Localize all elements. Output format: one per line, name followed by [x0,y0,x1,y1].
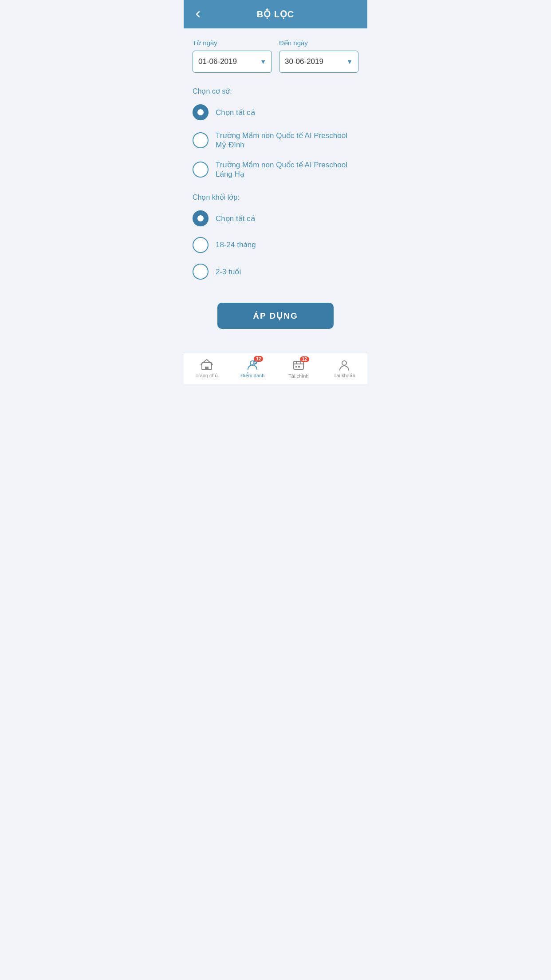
co-so-label-all_co_so: Chọn tất cả [216,108,255,117]
khoi-lop-label-age_2_3: 2-3 tuổi [216,267,241,277]
khoi-lop-section: Chọn khối lớp: Chọn tất cả18-24 tháng2-3… [193,193,358,280]
khoi-lop-option-all_khoi[interactable]: Chọn tất cả [193,210,358,226]
home-icon [201,359,213,371]
svg-rect-1 [205,367,209,370]
from-date-value: 01-06-2019 [198,57,237,66]
nav-label-attendance: Điểm danh [240,373,264,379]
khoi-lop-option-age_2_3[interactable]: 2-3 tuổi [193,264,358,280]
khoi-lop-radio-age_18_24 [193,237,209,253]
co-so-option-lang_ha[interactable]: Trường Mầm non Quốc tế AI Preschool Láng… [193,160,358,179]
apply-button[interactable]: ÁP DỤNG [217,303,334,329]
page-title: BỘ LỌC [257,9,295,20]
co-so-section: Chọn cơ sở: Chọn tất cảTrường Mầm non Qu… [193,87,358,179]
khoi-lop-label: Chọn khối lớp: [193,193,358,202]
khoi-lop-radio-all_khoi [193,210,209,226]
nav-label-finance: Tài chính [288,373,308,379]
finance-badge: 12 [300,356,309,362]
co-so-option-all_co_so[interactable]: Chọn tất cả [193,104,358,120]
nav-item-attendance[interactable]: 12 Điểm danh [230,353,276,384]
co-so-radio-group: Chọn tất cảTrường Mầm non Quốc tế AI Pre… [193,104,358,179]
co-so-radio-my_dinh [193,132,209,148]
to-date-value: 30-06-2019 [285,57,323,66]
to-date-label: Đến ngày [279,39,358,47]
from-date-label: Từ ngày [193,39,272,47]
account-icon [338,359,350,371]
nav-item-home[interactable]: Trang chủ [184,353,230,384]
attendance-icon-wrap: 12 [246,359,259,371]
svg-rect-8 [295,366,297,368]
svg-rect-9 [298,366,300,368]
home-icon-wrap [201,359,213,371]
from-date-select[interactable]: 01-06-2019 ▼ [193,51,272,73]
co-so-label-my_dinh: Trường Mầm non Quốc tế AI Preschool Mỹ Đ… [216,131,358,150]
nav-item-finance[interactable]: 12 Tài chính [276,353,322,384]
khoi-lop-radio-group: Chọn tất cả18-24 tháng2-3 tuổi [193,210,358,280]
nav-item-account[interactable]: Tài khoản [322,353,368,384]
finance-icon-wrap: 12 [292,359,305,371]
khoi-lop-label-all_khoi: Chọn tất cả [216,214,255,223]
to-date-chevron-icon: ▼ [346,58,353,65]
attendance-badge: 12 [254,356,263,362]
svg-rect-4 [294,361,303,369]
co-so-radio-all_co_so [193,104,209,120]
co-so-radio-lang_ha [193,162,209,178]
account-icon-wrap [338,359,350,371]
back-button[interactable] [193,9,203,20]
khoi-lop-label-age_18_24: 18-24 tháng [216,241,256,249]
bottom-nav: Trang chủ 12 Điểm danh 12 [184,353,367,384]
to-date-select[interactable]: 30-06-2019 ▼ [279,51,358,73]
header: BỘ LỌC [184,0,367,28]
khoi-lop-radio-age_2_3 [193,264,209,280]
apply-btn-wrapper: ÁP DỤNG [193,294,358,342]
date-row: Từ ngày 01-06-2019 ▼ Đến ngày 30-06-2019… [193,39,358,73]
nav-label-home: Trang chủ [196,373,218,379]
co-so-label: Chọn cơ sở: [193,87,358,95]
svg-point-10 [342,361,346,365]
co-so-option-my_dinh[interactable]: Trường Mầm non Quốc tế AI Preschool Mỹ Đ… [193,131,358,150]
nav-label-account: Tài khoản [334,373,355,379]
khoi-lop-option-age_18_24[interactable]: 18-24 tháng [193,237,358,253]
main-content: Từ ngày 01-06-2019 ▼ Đến ngày 30-06-2019… [184,28,367,353]
from-date-chevron-icon: ▼ [260,58,266,65]
co-so-label-lang_ha: Trường Mầm non Quốc tế AI Preschool Láng… [216,160,358,179]
from-date-field: Từ ngày 01-06-2019 ▼ [193,39,272,73]
to-date-field: Đến ngày 30-06-2019 ▼ [279,39,358,73]
